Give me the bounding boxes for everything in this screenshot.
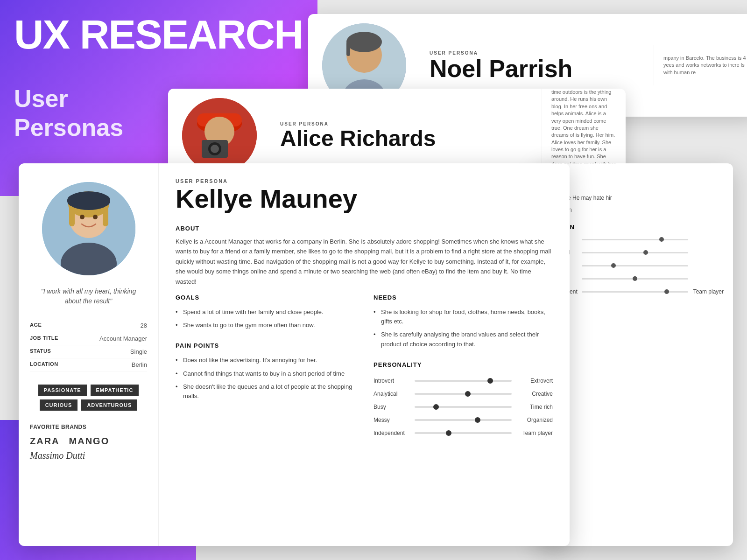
partial-track-2 bbox=[582, 252, 688, 253]
slider-analytical: Analytical Creative bbox=[374, 391, 553, 397]
slider-independent-left: Independent bbox=[374, 430, 411, 436]
noel-persona-label: USER PERSONA bbox=[430, 50, 644, 56]
left-col: GOALS Spend a lot of time with her famil… bbox=[176, 294, 355, 443]
slider-busy-left: Busy bbox=[374, 404, 411, 410]
noel-desc: mpany in Barcelo. The business is 4 yees… bbox=[663, 55, 747, 76]
goals-heading: GOALS bbox=[176, 294, 355, 301]
partial-slider-analytical: Analytical bbox=[546, 249, 724, 256]
alice-persona-label: USER PERSONA bbox=[280, 121, 532, 126]
hero-subtitle-line1: User bbox=[14, 84, 123, 113]
slider-busy: Busy Time rich bbox=[374, 404, 553, 410]
slider-analytical-right: Creative bbox=[515, 391, 553, 397]
partial-thumb-1 bbox=[659, 237, 664, 242]
about-heading: ABOUT bbox=[176, 225, 553, 232]
brands-label: FAVORITE BRANDS bbox=[30, 424, 147, 430]
alice-name: Alice Richards bbox=[280, 127, 532, 150]
kellye-job-row: JOB TITLE Account Manager bbox=[30, 332, 147, 345]
slider-messy-left: Messy bbox=[374, 417, 411, 423]
need-2: She is carefully analysing the brand val… bbox=[374, 328, 553, 350]
hero-subtitle-line2: Personas bbox=[14, 113, 123, 142]
slider-thumb-analytical bbox=[465, 391, 471, 397]
partial-need-1: He nee He may hate hir bbox=[546, 194, 724, 202]
partial-thumb-5 bbox=[664, 289, 669, 294]
slider-messy: Messy Organized bbox=[374, 417, 553, 423]
personality-sliders: Introvert Extrovert Analytical Creative bbox=[374, 378, 553, 436]
kellye-location-row: LOCATION Berlin bbox=[30, 358, 147, 371]
goal-1: Spend a lot of time with her family and … bbox=[176, 306, 355, 319]
partial-personality-title: PERSON bbox=[546, 224, 724, 231]
partial-slider-independent-right: Team player bbox=[691, 288, 724, 295]
pain-points-list: Does not like the advertising. It's anno… bbox=[176, 354, 355, 403]
pain-2: Cannot find things that wants to buy in … bbox=[176, 367, 355, 380]
kellye-info-table: AGE 28 JOB TITLE Account Manager STATUS … bbox=[30, 319, 147, 371]
slider-track-messy bbox=[415, 419, 512, 421]
slider-thumb-introvert bbox=[487, 378, 493, 384]
right-col: NEEDS She is looking for shop for food, … bbox=[374, 294, 553, 443]
partial-thumb-3 bbox=[611, 263, 616, 268]
svg-point-3 bbox=[346, 32, 382, 52]
partial-track-5 bbox=[582, 291, 688, 293]
kellye-persona-label: USER PERSONA bbox=[176, 178, 553, 184]
noel-info: USER PERSONA Noel Parrish bbox=[420, 41, 654, 90]
svg-point-21 bbox=[93, 215, 98, 219]
partial-slider-independent: Independent Team player bbox=[546, 288, 724, 295]
status-value: Single bbox=[130, 348, 147, 355]
pain-1: Does not like the advertising. It's anno… bbox=[176, 354, 355, 367]
kellye-name: Kellye Mauney bbox=[176, 186, 553, 212]
slider-messy-right: Organized bbox=[515, 417, 553, 423]
slider-track-busy bbox=[415, 406, 512, 408]
kellye-tags: PASSIONATE EMPATHETIC CURIOUS ADVENTUROU… bbox=[30, 385, 147, 411]
tag-adventurous: ADVENTUROUS bbox=[81, 399, 137, 411]
location-label: LOCATION bbox=[30, 361, 58, 368]
noel-name: Noel Parrish bbox=[430, 56, 644, 81]
pain-3: She doesn't like the queues and a lot of… bbox=[176, 380, 355, 403]
needs-list: She is looking for shop for food, clothe… bbox=[374, 306, 553, 351]
age-label: AGE bbox=[30, 322, 42, 329]
slider-track-introvert bbox=[415, 380, 512, 382]
partial-track-1 bbox=[582, 239, 688, 240]
kellye-avatar-svg bbox=[42, 182, 135, 275]
brand-zara: ZARA bbox=[30, 436, 60, 447]
status-label: STATUS bbox=[30, 348, 51, 355]
job-label: JOB TITLE bbox=[30, 335, 58, 342]
partial-thumb-4 bbox=[633, 276, 637, 281]
partial-track-3 bbox=[582, 265, 688, 266]
kellye-status-row: STATUS Single bbox=[30, 345, 147, 358]
need-1: She is looking for shop for food, clothe… bbox=[374, 306, 553, 328]
kellye-sidebar: "I work with all my heart, thinking abou… bbox=[19, 163, 159, 546]
brands-list: ZARA MANGO bbox=[30, 436, 147, 447]
two-col-layout: GOALS Spend a lot of time with her famil… bbox=[176, 294, 553, 443]
kellye-quote: "I work with all my heart, thinking abou… bbox=[30, 287, 147, 306]
partial-track-4 bbox=[582, 278, 688, 280]
alice-info: USER PERSONA Alice Richards bbox=[271, 112, 542, 159]
alice-avatar bbox=[182, 98, 257, 173]
svg-rect-19 bbox=[67, 195, 110, 206]
brand-mango: MANGO bbox=[69, 436, 110, 447]
brand-massimo: Massimo Dutti bbox=[30, 450, 147, 461]
slider-independent: Independent Team player bbox=[374, 430, 553, 436]
slider-analytical-left: Analytical bbox=[374, 391, 411, 397]
slider-introvert: Introvert Extrovert bbox=[374, 378, 553, 384]
kellye-age-row: AGE 28 bbox=[30, 319, 147, 332]
tag-curious: CURIOUS bbox=[40, 399, 78, 411]
slider-track-independent bbox=[415, 432, 512, 434]
hero-title: UX RESEARCH bbox=[14, 14, 303, 55]
slider-introvert-left: Introvert bbox=[374, 378, 411, 384]
noel-overflow-text: mpany in Barcelo. The business is 4 yees… bbox=[654, 45, 747, 85]
slider-busy-right: Time rich bbox=[515, 404, 553, 410]
svg-point-20 bbox=[80, 215, 85, 219]
kellye-main-content: USER PERSONA Kellye Mauney ABOUT Kellye … bbox=[159, 163, 570, 546]
partial-needs-title: NEEDS bbox=[546, 181, 724, 188]
slider-track-analytical bbox=[415, 393, 512, 395]
slider-thumb-busy bbox=[433, 404, 439, 410]
tag-passionate: PASSIONATE bbox=[38, 385, 87, 396]
slider-independent-right: Team player bbox=[515, 430, 553, 436]
partial-slider-introvert: Introvert bbox=[546, 236, 724, 243]
slider-thumb-messy bbox=[475, 417, 480, 423]
partial-need-2: He wan bbox=[546, 206, 724, 214]
job-value: Account Manager bbox=[99, 335, 147, 342]
goal-2: She wants to go to the gym more often th… bbox=[176, 319, 355, 332]
goals-list: Spend a lot of time with her family and … bbox=[176, 306, 355, 332]
slider-introvert-right: Extrovert bbox=[515, 378, 553, 384]
tag-empathetic: EMPATHETIC bbox=[91, 385, 139, 396]
